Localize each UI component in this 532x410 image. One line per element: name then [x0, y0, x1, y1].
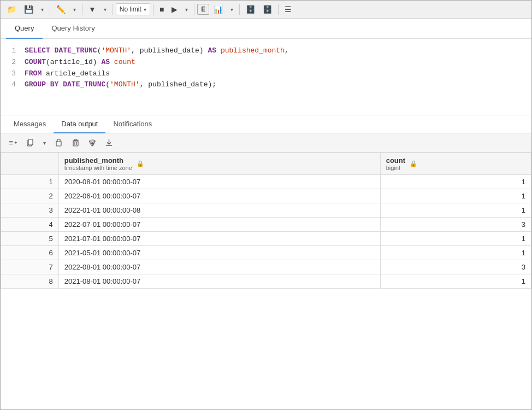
separator-7 [278, 4, 279, 15]
result-toolbar: ≡+ ▾ [1, 133, 531, 153]
import-db-button[interactable] [85, 137, 100, 149]
row-number: 2 [1, 189, 59, 203]
copy-button[interactable] [22, 137, 38, 149]
copy-chevron-icon: ▾ [43, 140, 46, 146]
cell-published-month: 2022-07-01 00:00:00-07 [58, 218, 380, 232]
sql-line-4: 4 GROUP BY DATE_TRUNC('MONTH', published… [9, 79, 523, 91]
table-row[interactable]: 22022-06-01 00:00:00-071 [1, 189, 531, 203]
tab-notifications[interactable]: Notifications [105, 115, 159, 133]
line-num-1: 1 [9, 45, 16, 57]
table-row[interactable]: 62021-05-01 00:00:00-071 [1, 246, 531, 260]
list-button[interactable]: ☰ [281, 3, 295, 16]
separator-6 [239, 4, 240, 15]
separator-4 [153, 4, 153, 15]
cell-count: 3 [380, 260, 531, 274]
tab-query[interactable]: Query [6, 19, 43, 39]
sql-editor[interactable]: 1 SELECT DATE_TRUNC('MONTH', published_d… [1, 39, 531, 115]
limit-label: No limit [120, 5, 141, 13]
row-number: 7 [1, 260, 59, 274]
db-connect-button[interactable]: 🗄️ [243, 3, 258, 16]
run-dropdown-button[interactable]: ▾ [182, 4, 191, 15]
separator-1 [50, 4, 50, 15]
main-toolbar: 📁 💾 ▾ ✏️ ▾ ▼ ▾ No limit ▾ ■ ▶ ▾ E 📊 ▾ 🗄️… [1, 1, 531, 19]
row-number: 5 [1, 232, 59, 246]
tab-messages[interactable]: Messages [6, 115, 54, 133]
add-row-button[interactable]: ≡+ [5, 136, 21, 149]
cell-count: 1 [380, 175, 531, 189]
table-row[interactable]: 32022-01-01 00:00:00-081 [1, 203, 531, 218]
table-header-row: published_month timestamp with time zone… [1, 153, 531, 175]
stop-button[interactable]: ■ [156, 3, 167, 16]
chart-dropdown-button[interactable]: ▾ [227, 4, 237, 15]
lock-icon-1: 🔒 [137, 160, 144, 167]
row-number: 3 [1, 203, 59, 218]
download-button[interactable] [102, 137, 116, 149]
cell-count: 3 [380, 218, 531, 232]
sql-code-4: GROUP BY DATE_TRUNC('MONTH', published_d… [25, 79, 523, 91]
sql-line-1: 1 SELECT DATE_TRUNC('MONTH', published_d… [9, 45, 523, 57]
line-num-4: 4 [9, 79, 16, 91]
cell-count: 1 [380, 189, 531, 203]
cell-published-month: 2020-08-01 00:00:00-07 [58, 175, 380, 189]
svg-rect-3 [57, 139, 60, 142]
result-table: published_month timestamp with time zone… [1, 153, 531, 289]
explain-button[interactable]: E [197, 4, 209, 15]
tab-data-output[interactable]: Data output [54, 115, 105, 133]
limit-dropdown[interactable]: No limit ▾ [116, 3, 150, 15]
col-header-count[interactable]: count bigint 🔒 [380, 153, 531, 175]
copy-dropdown-button[interactable]: ▾ [39, 138, 50, 148]
copy-icon [26, 139, 34, 147]
cell-published-month: 2021-07-01 00:00:00-07 [58, 232, 380, 246]
run-button[interactable]: ▶ [168, 3, 181, 16]
sql-line-3: 3 FROM article_details [9, 68, 523, 80]
row-number: 1 [1, 175, 59, 189]
cell-published-month: 2022-06-01 00:00:00-07 [58, 189, 380, 203]
svg-point-9 [90, 140, 95, 142]
db-schema-button[interactable]: 🗄️ [259, 3, 275, 16]
row-number: 6 [1, 246, 59, 260]
delete-button[interactable] [68, 137, 83, 149]
folder-button[interactable]: 📁 [4, 3, 20, 16]
app-container: 📁 💾 ▾ ✏️ ▾ ▼ ▾ No limit ▾ ■ ▶ ▾ E 📊 ▾ 🗄️… [0, 0, 532, 410]
paste-icon [55, 139, 63, 147]
table-row[interactable]: 12020-08-01 00:00:00-071 [1, 175, 531, 189]
save-dropdown-button[interactable]: ▾ [38, 4, 47, 15]
tab-query-history[interactable]: Query History [43, 19, 103, 39]
chart-button[interactable]: 📊 [210, 3, 226, 16]
limit-chevron-icon: ▾ [144, 7, 146, 13]
import-icon [88, 139, 96, 147]
sql-line-2: 2 COUNT(article_id) AS count [9, 57, 523, 68]
svg-rect-5 [74, 139, 77, 140]
table-row[interactable]: 72022-08-01 00:00:00-073 [1, 260, 531, 274]
cell-published-month: 2021-08-01 00:00:00-07 [58, 274, 380, 289]
filter-button[interactable]: ▼ [85, 3, 99, 16]
line-num-2: 2 [9, 57, 16, 68]
data-table-container: published_month timestamp with time zone… [1, 153, 531, 409]
edit-button[interactable]: ✏️ [53, 3, 69, 16]
save-button[interactable]: 💾 [21, 3, 37, 16]
query-tabs: Query Query History [1, 19, 531, 39]
edit-dropdown-button[interactable]: ▾ [70, 4, 79, 15]
result-tabs: Messages Data output Notifications [1, 115, 531, 133]
table-row[interactable]: 42022-07-01 00:00:00-073 [1, 218, 531, 232]
separator-2 [82, 4, 82, 15]
filter-dropdown-button[interactable]: ▾ [101, 4, 110, 15]
row-num-header [1, 153, 59, 175]
cell-count: 1 [380, 232, 531, 246]
paste-button[interactable] [51, 137, 67, 149]
cell-published-month: 2022-08-01 00:00:00-07 [58, 260, 380, 274]
download-icon [105, 139, 113, 147]
separator-3 [113, 4, 113, 15]
svg-rect-6 [73, 141, 78, 146]
table-row[interactable]: 82021-08-01 00:00:00-071 [1, 274, 531, 289]
sql-code-2: COUNT(article_id) AS count [25, 57, 523, 68]
row-number: 4 [1, 218, 59, 232]
col-header-published-month[interactable]: published_month timestamp with time zone… [58, 153, 380, 175]
separator-5 [194, 4, 194, 15]
cell-published-month: 2021-05-01 00:00:00-07 [58, 246, 380, 260]
table-row[interactable]: 52021-07-01 00:00:00-071 [1, 232, 531, 246]
row-number: 8 [1, 274, 59, 289]
cell-published-month: 2022-01-01 00:00:00-08 [58, 203, 380, 218]
sql-code-3: FROM article_details [25, 68, 523, 80]
svg-rect-1 [28, 139, 33, 145]
